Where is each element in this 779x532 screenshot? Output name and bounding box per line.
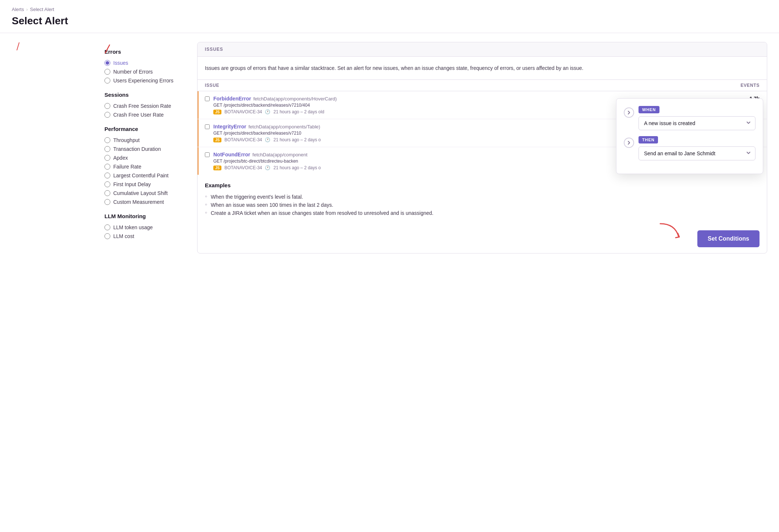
issue-func: fetchData(app/component — [252, 152, 307, 157]
sidebar-item-throughput[interactable]: Throughput — [104, 136, 185, 145]
sidebar-item-transaction-duration[interactable]: Transaction Duration — [104, 145, 185, 153]
js-badge: JS — [213, 138, 221, 142]
sidebar-label-throughput: Throughput — [113, 137, 140, 143]
sidebar-label-number-of-errors: Number of Errors — [113, 69, 153, 75]
sidebar-label-largest-contentful-paint: Largest Contentful Paint — [113, 173, 168, 178]
radio-users-experiencing-errors[interactable] — [104, 78, 110, 84]
sidebar-item-cumulative-layout-shift[interactable]: Cumulative Layout Shift — [104, 189, 185, 198]
svg-line-0 — [17, 43, 19, 50]
radio-crash-free-session-rate[interactable] — [104, 103, 110, 109]
radio-first-input-delay[interactable] — [104, 181, 110, 187]
sidebar-label-apdex: Apdex — [113, 155, 128, 161]
breadcrumb-separator: › — [26, 7, 28, 12]
sidebar-item-llm-cost[interactable]: LLM cost — [104, 232, 185, 241]
sidebar-section-title: Performance — [104, 126, 185, 132]
chevron-right-icon-2 — [627, 141, 631, 145]
sidebar-label-transaction-duration: Transaction Duration — [113, 146, 161, 152]
examples-list: When the triggering event's level is fat… — [205, 193, 760, 217]
when-select-wrapper: A new issue is created An issue changes … — [639, 116, 755, 130]
when-arrow-btn[interactable] — [624, 107, 634, 118]
footer-area: Set Conditions — [198, 224, 767, 253]
breadcrumb-parent[interactable]: Alerts — [12, 7, 24, 12]
example-item: When an issue was seen 100 times in the … — [205, 201, 760, 209]
issue-color-bar — [198, 119, 199, 147]
chevron-right-icon — [627, 110, 631, 115]
sidebar-section-title: Errors — [104, 49, 185, 55]
radio-issues[interactable] — [104, 60, 110, 66]
red-arrow-icon — [657, 220, 686, 242]
sidebar — [12, 42, 93, 512]
sidebar-item-first-input-delay[interactable]: First Input Delay — [104, 180, 185, 189]
sidebar-item-number-of-errors[interactable]: Number of Errors — [104, 67, 185, 76]
radio-llm-token-usage[interactable] — [104, 224, 110, 230]
sidebar-container: ErrorsIssuesNumber of ErrorsUsers Experi… — [104, 42, 185, 512]
issues-table: ISSUE EVENTS ForbiddenErrorfetchData(app… — [198, 80, 767, 175]
page-title: Select Alert — [0, 15, 779, 33]
radio-custom-measurement[interactable] — [104, 199, 110, 205]
sidebar-item-issues[interactable]: Issues — [104, 58, 185, 67]
sidebar-item-crash-free-user-rate[interactable]: Crash Free User Rate — [104, 110, 185, 119]
issue-name[interactable]: IntegrityError — [213, 124, 246, 130]
issue-time: 21 hours ago – 2 days o — [273, 165, 321, 170]
issues-description: Issues are groups of errors that have a … — [198, 57, 767, 80]
alert-popup: WHEN A new issue is created An issue cha… — [616, 98, 763, 174]
then-select[interactable]: Send an email to Jane Schmidt Send a Sla… — [639, 146, 755, 160]
examples-title: Examples — [205, 182, 760, 188]
then-content: THEN Send an email to Jane Schmidt Send … — [639, 136, 755, 160]
sidebar-item-crash-free-session-rate[interactable]: Crash Free Session Rate — [104, 102, 185, 110]
content-area: ISSUES Issues are groups of errors that … — [197, 42, 767, 512]
issue-project: BOTANAVOICE-34 — [224, 165, 262, 170]
js-badge: JS — [213, 166, 221, 170]
sidebar-item-largest-contentful-paint[interactable]: Largest Contentful Paint — [104, 171, 185, 180]
clock-icon: 🕐 — [265, 109, 270, 114]
radio-throughput[interactable] — [104, 137, 110, 143]
issue-checkbox-2[interactable] — [205, 152, 210, 157]
radio-number-of-errors[interactable] — [104, 69, 110, 75]
sidebar-item-failure-rate[interactable]: Failure Rate — [104, 162, 185, 171]
col-events: EVENTS — [740, 83, 760, 88]
radio-largest-contentful-paint[interactable] — [104, 173, 110, 178]
then-arrow-btn[interactable] — [624, 138, 634, 148]
issues-panel: ISSUES Issues are groups of errors that … — [197, 42, 767, 253]
clock-icon: 🕐 — [265, 165, 270, 170]
sidebar-label-users-experiencing-errors: Users Experiencing Errors — [113, 78, 173, 84]
sidebar-item-users-experiencing-errors[interactable]: Users Experiencing Errors — [104, 76, 185, 85]
radio-transaction-duration[interactable] — [104, 146, 110, 152]
radio-llm-cost[interactable] — [104, 233, 110, 239]
issues-panel-header: ISSUES — [198, 42, 767, 57]
example-item: When the triggering event's level is fat… — [205, 193, 760, 201]
radio-apdex[interactable] — [104, 155, 110, 161]
issue-checkbox-0[interactable] — [205, 96, 210, 101]
issue-color-bar — [198, 91, 199, 119]
issue-func: fetchData(app/components/HoverCard) — [253, 96, 337, 102]
radio-failure-rate[interactable] — [104, 164, 110, 170]
sidebar-label-first-input-delay: First Input Delay — [113, 181, 151, 187]
set-conditions-button[interactable]: Set Conditions — [697, 230, 760, 247]
js-badge: JS — [213, 110, 221, 114]
issue-name[interactable]: NotFoundError — [213, 152, 250, 157]
when-content: WHEN A new issue is created An issue cha… — [639, 106, 755, 130]
table-header: ISSUE EVENTS — [198, 80, 767, 91]
sidebar-item-custom-measurement[interactable]: Custom Measurement — [104, 198, 185, 206]
example-item: Create a JIRA ticket when an issue chang… — [205, 209, 760, 217]
then-select-wrapper: Send an email to Jane Schmidt Send a Sla… — [639, 146, 755, 160]
sidebar-label-custom-measurement: Custom Measurement — [113, 199, 164, 205]
sidebar-section-title: LLM Monitoring — [104, 213, 185, 219]
issue-name[interactable]: ForbiddenError — [213, 96, 251, 102]
issue-checkbox-1[interactable] — [205, 124, 210, 129]
when-select[interactable]: A new issue is created An issue changes … — [639, 116, 755, 130]
sidebar-label-llm-token-usage: LLM token usage — [113, 224, 153, 230]
sidebar-label-failure-rate: Failure Rate — [113, 164, 141, 170]
then-label: THEN — [639, 136, 658, 143]
issue-project: BOTANAVOICE-34 — [224, 137, 262, 142]
sidebar-label-crash-free-user-rate: Crash Free User Rate — [113, 112, 164, 118]
radio-cumulative-layout-shift[interactable] — [104, 190, 110, 196]
radio-crash-free-user-rate[interactable] — [104, 112, 110, 118]
sidebar-item-llm-token-usage[interactable]: LLM token usage — [104, 223, 185, 232]
issue-func: fetchData(app/components/Table) — [248, 124, 320, 130]
scratch-decoration — [16, 42, 27, 53]
issue-time: 21 hours ago – 2 days old — [273, 109, 324, 114]
breadcrumb: Alerts › Select Alert — [0, 0, 779, 15]
sidebar-item-apdex[interactable]: Apdex — [104, 153, 185, 162]
col-issue: ISSUE — [205, 83, 219, 88]
